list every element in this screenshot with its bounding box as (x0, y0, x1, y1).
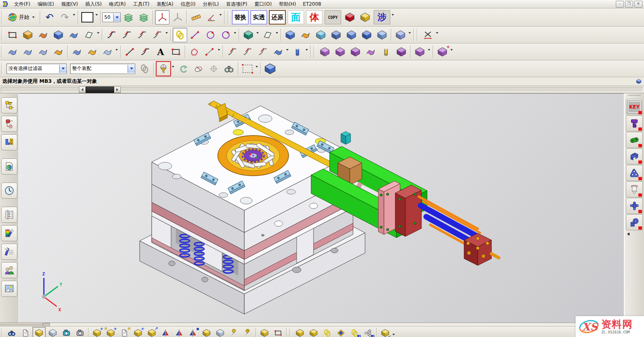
fillet-curve-button[interactable] (135, 28, 149, 42)
cylinder-button[interactable] (379, 45, 393, 59)
bottom-caret-icon[interactable] (392, 334, 395, 335)
palettes-button[interactable] (1, 207, 17, 223)
visualization-button[interactable] (1, 244, 17, 260)
add-component-button[interactable]: + (91, 327, 103, 337)
menu-file[interactable]: 文件(F) (10, 0, 34, 8)
boolean-caret-icon[interactable] (256, 32, 259, 34)
new-component-button[interactable]: +✳ (104, 327, 117, 337)
link-reporter-button[interactable]: i (348, 327, 361, 337)
snap-caret-icon[interactable] (172, 66, 174, 68)
circle-button[interactable] (219, 28, 233, 42)
marquee-caret-icon[interactable] (256, 66, 258, 68)
datum-plane-button[interactable] (82, 28, 96, 42)
menu-edit[interactable]: 编辑(E) (34, 0, 58, 8)
wave-caret-icon[interactable] (436, 32, 438, 34)
line-button[interactable] (188, 28, 202, 42)
menu-tools[interactable]: 工具(T) (129, 0, 153, 8)
pattern-face-button[interactable] (333, 45, 347, 59)
copy-button[interactable]: COPY (324, 10, 341, 25)
replace-button[interactable]: 替换 (232, 10, 249, 25)
combined-projection-button[interactable] (271, 45, 285, 59)
eraser-button[interactable] (191, 62, 206, 76)
menu-window[interactable]: 窗口(O) (251, 0, 275, 8)
extrude-pad-button[interactable] (51, 28, 66, 42)
edit-curve-button[interactable] (150, 28, 165, 42)
law-extension-button[interactable] (100, 45, 115, 59)
window-layout-icon[interactable] (636, 79, 642, 84)
redo-caret-icon[interactable] (73, 14, 75, 16)
restore-button[interactable]: 还原 (269, 10, 286, 25)
art-spline-button[interactable] (187, 45, 202, 59)
text-button[interactable]: A (153, 45, 168, 59)
object-color-swatch[interactable] (80, 10, 95, 25)
rectangle-button[interactable] (169, 45, 183, 59)
chain-select-button[interactable] (173, 28, 187, 42)
t-pin-part-button[interactable] (626, 115, 643, 132)
collapse-arrow-icon[interactable] (627, 232, 630, 236)
teal-block[interactable] (341, 132, 351, 144)
edit-face-button[interactable] (348, 45, 363, 59)
scroll-left-button[interactable] (79, 86, 86, 93)
general-filter-button[interactable] (137, 62, 152, 76)
section-surface-button[interactable] (70, 45, 84, 59)
scenes-button[interactable] (1, 281, 17, 297)
wave-geometry-button[interactable] (200, 327, 213, 337)
plane-caret-icon[interactable] (97, 32, 99, 34)
xray-button[interactable]: 实透 (250, 10, 267, 25)
yellow-cube-button[interactable] (358, 10, 372, 25)
studio-spline-button[interactable] (202, 45, 217, 59)
menu-assemblies[interactable]: 装配(A) (153, 0, 177, 8)
through-curves-button[interactable] (21, 45, 35, 59)
resize-face-button[interactable]: + (435, 45, 450, 59)
linked-body-button[interactable] (393, 28, 408, 42)
selection-filter-dropdown[interactable]: 没有选择过滤器 (6, 64, 67, 74)
face-button[interactable]: 面 (287, 10, 304, 25)
linked-caret-icon[interactable] (409, 32, 411, 34)
wrap-caret-icon[interactable] (305, 49, 308, 51)
circle-caret-icon[interactable] (234, 32, 236, 34)
split-body-button[interactable] (21, 28, 35, 42)
swept-button[interactable] (298, 28, 313, 42)
bridge-surface-button[interactable] (85, 45, 99, 59)
show-dof-button[interactable] (258, 327, 271, 337)
measure-distance-button[interactable] (189, 10, 203, 25)
component-proximity-button[interactable] (33, 327, 45, 337)
constraint-navigator-button[interactable] (1, 116, 17, 132)
wrap-curve-button[interactable] (290, 45, 305, 59)
restore-button[interactable]: ❐ (625, 1, 633, 8)
open-component-button[interactable] (19, 327, 32, 337)
sketch-button[interactable] (5, 28, 20, 42)
measure-caret-icon[interactable] (219, 14, 222, 16)
product-outline-button[interactable] (46, 327, 59, 337)
interference-button[interactable]: 涉 (374, 10, 390, 25)
plane2-caret-icon[interactable] (276, 32, 278, 34)
promote-body-button[interactable] (214, 327, 227, 337)
project-curve2-button[interactable] (240, 45, 255, 59)
find-component-button[interactable] (5, 327, 18, 337)
swatch-caret-icon[interactable] (95, 14, 98, 16)
hscroll-thumb[interactable] (0, 323, 43, 326)
trim-curve-button[interactable] (104, 28, 119, 42)
ruled-surface-button[interactable] (5, 45, 20, 59)
scope-dropdown-icon[interactable] (128, 65, 135, 73)
selection-scope-dropdown[interactable]: 整个装配 (70, 64, 135, 74)
block-button[interactable] (283, 28, 297, 42)
toolbar-grip[interactable] (1, 63, 3, 74)
sequence-button[interactable] (227, 327, 240, 337)
hole-button[interactable] (359, 28, 374, 42)
mirror-assembly-button[interactable] (159, 327, 172, 337)
offset-surface-button[interactable] (363, 45, 378, 59)
pattern-component-button[interactable]: + (132, 327, 144, 337)
custom-caret-icon[interactable] (392, 14, 394, 16)
dynamic-csys-button[interactable] (170, 10, 185, 25)
menu-insert[interactable]: 插入(S) (82, 0, 105, 8)
assembly-constraints-button[interactable] (173, 327, 186, 337)
key-part-button[interactable]: KEY (626, 99, 643, 115)
divide-curve-button[interactable] (120, 28, 134, 42)
project-curve3-button[interactable] (256, 45, 270, 59)
interpart-link-button[interactable] (321, 327, 334, 337)
redo-button[interactable]: ↷ (58, 10, 72, 25)
history-button[interactable] (1, 183, 17, 199)
layer-dropdown-icon[interactable] (113, 13, 120, 21)
curve-caret-icon[interactable] (165, 32, 168, 34)
